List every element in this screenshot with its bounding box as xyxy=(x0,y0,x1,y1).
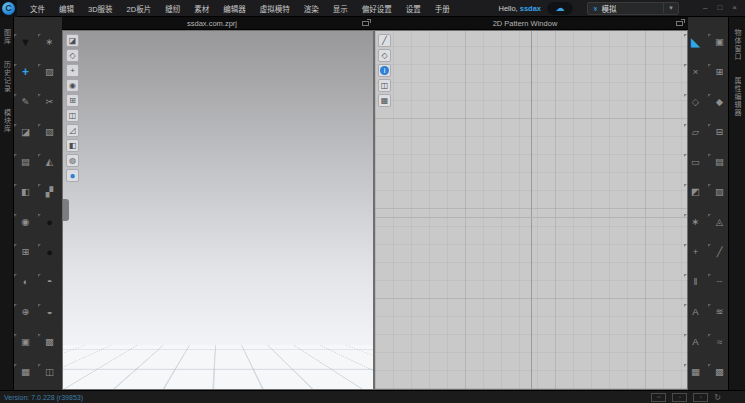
3d-window-title: ssdax.com.zprj xyxy=(62,19,362,28)
tool-icon[interactable]: ● xyxy=(41,213,58,230)
tool-icon[interactable]: ∗ xyxy=(687,213,704,230)
tool-icon[interactable]: ≈ xyxy=(711,333,728,350)
tool-icon[interactable]: + xyxy=(17,63,34,80)
popout-window-icon[interactable] xyxy=(676,21,683,26)
viewport-tool-icon[interactable]: + xyxy=(66,64,79,77)
menu-item[interactable]: 素材 xyxy=(187,0,216,16)
viewport-tool-icon[interactable]: ▦ xyxy=(378,94,391,107)
3d-viewport[interactable]: ◪◇+◉⊞◫◿◧◍● xyxy=(62,30,374,390)
tool-icon[interactable]: ◓ xyxy=(41,273,58,290)
tool-icon[interactable]: ▨ xyxy=(711,183,728,200)
menu-item[interactable]: 偏好设置 xyxy=(355,0,399,16)
viewport-tool-icon[interactable]: ◇ xyxy=(66,49,79,62)
tool-icon[interactable]: ▩ xyxy=(41,333,58,350)
app-logo[interactable]: C xyxy=(0,0,17,17)
tool-icon[interactable]: ● xyxy=(41,243,58,260)
tool-icon[interactable]: ▣ xyxy=(17,333,34,350)
menu-item[interactable]: 虚拟模特 xyxy=(253,0,297,16)
tool-icon[interactable]: ≋ xyxy=(711,303,728,320)
tool-icon[interactable]: + xyxy=(687,243,704,260)
tool-icon[interactable]: ◣ xyxy=(687,33,704,50)
panel-drag-handle[interactable] xyxy=(63,199,69,221)
tool-icon[interactable]: ▧ xyxy=(41,123,58,140)
maximize-button[interactable]: □ xyxy=(717,4,722,12)
simulate-dropdown[interactable]: » 模拟 ▼ xyxy=(587,2,679,15)
tool-icon[interactable]: ╱ xyxy=(711,243,728,260)
menu-item[interactable]: 2D板片 xyxy=(120,0,159,16)
menu-item[interactable]: 3D服装 xyxy=(81,0,120,16)
tool-icon[interactable]: ⊞ xyxy=(17,243,34,260)
tool-icon[interactable]: ⊟ xyxy=(711,123,728,140)
menu-item[interactable]: 缝纫 xyxy=(158,0,187,16)
tool-icon[interactable]: ▦ xyxy=(687,363,704,380)
viewport-tool-icon[interactable]: ◪ xyxy=(66,34,79,47)
tool-icon[interactable]: ▤ xyxy=(17,153,34,170)
tool-icon[interactable]: A xyxy=(687,333,704,350)
side-tab[interactable]: 图库 xyxy=(2,29,12,45)
2d-viewport[interactable]: ╱◇i◫▦ xyxy=(374,30,688,390)
viewport-tool-icon[interactable]: i xyxy=(378,64,391,77)
3d-window-titlebar: ssdax.com.zprj xyxy=(62,17,374,30)
tool-icon[interactable]: ◐ xyxy=(17,273,34,290)
viewport-tool-icon[interactable]: ◫ xyxy=(66,109,79,122)
viewport-tool-icon[interactable]: ◫ xyxy=(378,79,391,92)
viewport-tool-icon[interactable]: ◇ xyxy=(378,49,391,62)
popout-window-icon[interactable] xyxy=(362,21,369,26)
viewport-tool-icon[interactable]: ● xyxy=(66,169,79,182)
tool-icon[interactable]: ▭ xyxy=(687,153,704,170)
version-text: Version: 7.0.228 (r39853) xyxy=(4,394,651,401)
status-indicator-box[interactable]: ▫ xyxy=(693,393,708,402)
menu-item[interactable]: 设置 xyxy=(399,0,428,16)
menu-item[interactable]: 显示 xyxy=(326,0,355,16)
status-indicator-box[interactable]: ▫▫ xyxy=(651,393,666,402)
tool-icon[interactable]: ‖ xyxy=(687,273,704,290)
tool-icon[interactable]: ◩ xyxy=(687,183,704,200)
tool-icon[interactable]: A xyxy=(687,303,704,320)
tool-icon[interactable]: ▤ xyxy=(711,153,728,170)
viewport-tool-icon[interactable]: ◍ xyxy=(66,154,79,167)
tool-icon[interactable]: ◇ xyxy=(687,93,704,110)
tool-icon[interactable]: ◉ xyxy=(17,213,34,230)
tool-icon[interactable]: ⊞ xyxy=(711,63,728,80)
tool-icon[interactable]: ◒ xyxy=(41,303,58,320)
viewport-tool-icon[interactable]: ⊞ xyxy=(66,94,79,107)
tool-icon[interactable]: ▣ xyxy=(711,33,728,50)
viewport-tool-icon[interactable]: ◧ xyxy=(66,139,79,152)
tool-icon[interactable]: × xyxy=(687,63,704,80)
tool-icon[interactable]: ◆ xyxy=(711,93,728,110)
menu-item[interactable]: 文件 xyxy=(23,0,52,16)
tool-icon[interactable]: ✎ xyxy=(17,93,34,110)
tool-icon[interactable]: ▼ xyxy=(17,33,34,50)
side-tab[interactable]: 模块库 xyxy=(2,109,12,133)
menu-item[interactable]: 渲染 xyxy=(297,0,326,16)
tool-icon[interactable]: ◬ xyxy=(711,213,728,230)
tool-icon[interactable]: ◭ xyxy=(41,153,58,170)
side-tab[interactable]: 历史记录 xyxy=(2,61,12,93)
minimize-button[interactable]: – xyxy=(703,4,707,12)
viewport-tool-icon[interactable]: ╱ xyxy=(378,34,391,47)
close-button[interactable]: × xyxy=(732,4,737,12)
tool-icon[interactable]: ◧ xyxy=(17,183,34,200)
tool-icon[interactable]: ⊕ xyxy=(17,303,34,320)
username-link[interactable]: ssdax xyxy=(520,4,541,13)
viewport-tool-icon[interactable]: ◉ xyxy=(66,79,79,92)
tool-icon[interactable]: ✂ xyxy=(41,93,58,110)
tool-icon[interactable]: ▩ xyxy=(711,363,728,380)
tool-icon[interactable]: ◪ xyxy=(17,123,34,140)
tool-icon[interactable]: ▱ xyxy=(687,123,704,140)
status-indicator-box[interactable]: ▫ xyxy=(672,393,687,402)
side-tab[interactable]: 物体窗口 xyxy=(732,29,742,61)
side-tab[interactable]: 属性编辑器 xyxy=(732,77,742,117)
tool-icon[interactable]: ▦ xyxy=(17,363,34,380)
viewport-tool-icon[interactable]: ◿ xyxy=(66,124,79,137)
tool-icon[interactable]: ▞ xyxy=(41,183,58,200)
tool-icon[interactable]: ∗ xyxy=(41,33,58,50)
cloud-sync-button[interactable]: ☁ xyxy=(547,2,573,15)
menu-item[interactable]: 编辑器 xyxy=(216,0,253,16)
menu-item[interactable]: 手册 xyxy=(428,0,457,16)
tool-icon[interactable]: ▨ xyxy=(41,63,58,80)
tool-icon[interactable]: ◫ xyxy=(41,363,58,380)
sync-refresh-icon[interactable]: ↻ xyxy=(714,393,721,402)
menu-item[interactable]: 编辑 xyxy=(52,0,81,16)
tool-icon[interactable]: ┈ xyxy=(711,273,728,290)
